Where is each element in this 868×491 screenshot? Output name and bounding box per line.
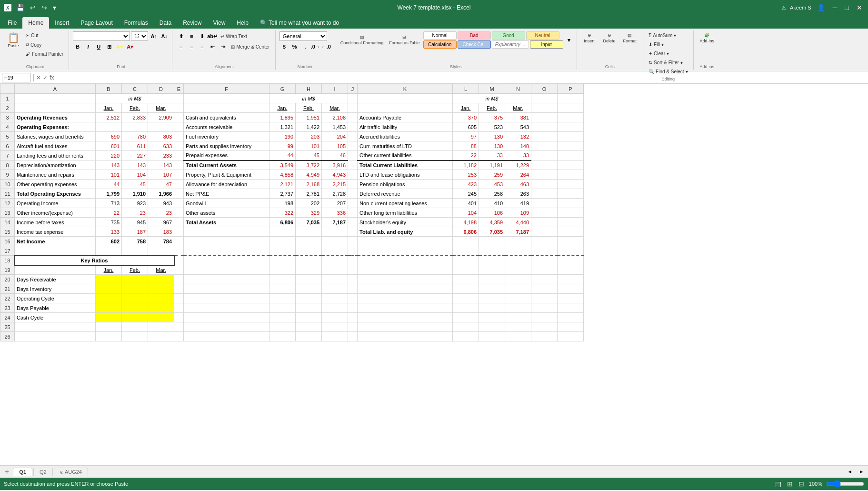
cell-A17[interactable] xyxy=(15,246,96,256)
table-row[interactable]: 25 xyxy=(0,322,584,332)
cell-F2[interactable] xyxy=(184,103,269,113)
row-header-1[interactable]: 1 xyxy=(0,94,15,103)
cell-O9[interactable] xyxy=(531,170,558,180)
cell-D23[interactable] xyxy=(148,303,174,313)
cell-B16[interactable]: 602 xyxy=(96,237,122,246)
increase-decimal-button[interactable]: .0→ xyxy=(311,42,320,51)
cell-D12[interactable]: 943 xyxy=(148,199,174,208)
cell-G26[interactable] xyxy=(269,332,296,341)
cell-I24[interactable] xyxy=(322,313,348,322)
cell-P13[interactable] xyxy=(558,208,584,218)
cell-N8[interactable]: 1,229 xyxy=(505,160,531,170)
row-header-3[interactable]: 3 xyxy=(0,113,15,122)
table-row[interactable]: 14Income before taxes735945967Total Asse… xyxy=(0,218,584,227)
tab-formulas[interactable]: Formulas xyxy=(119,17,154,29)
cell-H20[interactable] xyxy=(296,275,322,284)
cell-D25[interactable] xyxy=(148,322,174,332)
cell-H19[interactable] xyxy=(296,265,322,275)
cell-D21[interactable] xyxy=(148,284,174,294)
cell-L18[interactable] xyxy=(453,256,479,265)
align-left-button[interactable]: ≡ xyxy=(176,42,186,51)
decrease-indent-button[interactable]: ⇤ xyxy=(208,42,217,51)
cell-K15[interactable]: Total Liab. and equity xyxy=(358,227,453,237)
cell-J20[interactable] xyxy=(348,275,358,284)
cell-F11[interactable]: Net PP&E xyxy=(184,189,269,199)
find-select-button[interactable]: 🔍 Find & Select ▾ xyxy=(646,68,690,76)
cell-K2[interactable] xyxy=(358,103,453,113)
cell-E14[interactable] xyxy=(174,218,184,227)
cell-F19[interactable] xyxy=(184,265,269,275)
cell-N22[interactable] xyxy=(505,294,531,303)
cell-P1[interactable] xyxy=(558,94,584,103)
cell-B11[interactable]: 1,799 xyxy=(96,189,122,199)
cell-G15[interactable] xyxy=(269,227,296,237)
cell-E8[interactable] xyxy=(174,160,184,170)
cell-F23[interactable] xyxy=(184,303,269,313)
tab-data[interactable]: Data xyxy=(154,17,177,29)
font-size-select[interactable]: 12 xyxy=(131,31,148,41)
normal-style[interactable]: Normal xyxy=(423,31,457,40)
cell-G3[interactable]: 1,895 xyxy=(269,113,296,122)
cell-I20[interactable] xyxy=(322,275,348,284)
confirm-formula-icon[interactable]: ✓ xyxy=(43,74,48,81)
cell-I23[interactable] xyxy=(322,303,348,313)
col-header-i[interactable]: I xyxy=(322,84,348,94)
cell-G10[interactable]: 2,121 xyxy=(269,180,296,189)
cell-M26[interactable] xyxy=(479,332,505,341)
cell-J22[interactable] xyxy=(348,294,358,303)
cell-G6[interactable]: 99 xyxy=(269,141,296,151)
cell-P6[interactable] xyxy=(558,141,584,151)
cell-F5[interactable]: Fuel inventory xyxy=(184,132,269,141)
cell-C9[interactable]: 104 xyxy=(122,170,148,180)
cell-I5[interactable]: 204 xyxy=(322,132,348,141)
table-row[interactable]: 2Jan.Feb.Mar.Jan.Feb.Mar.Jan.Feb.Mar. xyxy=(0,103,584,113)
cell-A14[interactable]: Income before taxes xyxy=(15,218,96,227)
cell-M4[interactable]: 523 xyxy=(479,122,505,132)
cell-K11[interactable]: Deferred revenue xyxy=(358,189,453,199)
cell-O22[interactable] xyxy=(531,294,558,303)
cell-L19[interactable] xyxy=(453,265,479,275)
save-button[interactable]: 💾 xyxy=(14,3,26,12)
cell-O15[interactable] xyxy=(531,227,558,237)
underline-button[interactable]: U xyxy=(94,42,103,51)
cell-P21[interactable] xyxy=(558,284,584,294)
cell-G25[interactable] xyxy=(269,322,296,332)
neutral-style[interactable]: Neutral xyxy=(526,31,559,40)
cell-H10[interactable]: 2,168 xyxy=(296,180,322,189)
cell-O26[interactable] xyxy=(531,332,558,341)
cell-A23[interactable]: Days Payable xyxy=(15,303,96,313)
cell-F12[interactable]: Goodwill xyxy=(184,199,269,208)
tab-help[interactable]: Help xyxy=(231,17,254,29)
cell-M15[interactable]: 7,035 xyxy=(479,227,505,237)
cell-B7[interactable]: 220 xyxy=(96,151,122,160)
cell-G9[interactable]: 4,858 xyxy=(269,170,296,180)
cell-G2[interactable]: Jan. xyxy=(269,103,296,113)
cell-J6[interactable] xyxy=(348,141,358,151)
cell-E4[interactable] xyxy=(174,122,184,132)
cell-F25[interactable] xyxy=(184,322,269,332)
cell-I13[interactable]: 336 xyxy=(322,208,348,218)
cell-H13[interactable]: 329 xyxy=(296,208,322,218)
cell-A10[interactable]: Other operating expenses xyxy=(15,180,96,189)
row-header-18[interactable]: 18 xyxy=(0,256,15,265)
cell-K20[interactable] xyxy=(358,275,453,284)
cell-M6[interactable]: 130 xyxy=(479,141,505,151)
cell-L21[interactable] xyxy=(453,284,479,294)
cell-F6[interactable]: Parts and supplies inventory xyxy=(184,141,269,151)
row-header-10[interactable]: 10 xyxy=(0,180,15,189)
cell-C14[interactable]: 945 xyxy=(122,218,148,227)
cell-C22[interactable] xyxy=(122,294,148,303)
cell-E25[interactable] xyxy=(174,322,184,332)
cell-M11[interactable]: 258 xyxy=(479,189,505,199)
cell-J19[interactable] xyxy=(348,265,358,275)
font-name-select[interactable]: Times New Roman xyxy=(73,31,130,41)
cell-M21[interactable] xyxy=(479,284,505,294)
table-row[interactable]: 23Days Payable xyxy=(0,303,584,313)
cell-H8[interactable]: 3,722 xyxy=(296,160,322,170)
cell-G24[interactable] xyxy=(269,313,296,322)
cell-O25[interactable] xyxy=(531,322,558,332)
cell-G14[interactable]: 6,806 xyxy=(269,218,296,227)
cell-E13[interactable] xyxy=(174,208,184,218)
cell-H18[interactable] xyxy=(296,256,322,265)
cell-O17[interactable] xyxy=(531,246,558,256)
